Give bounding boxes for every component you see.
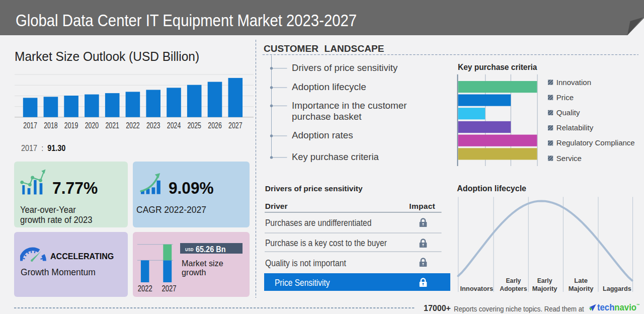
svg-text:Service: Service <box>556 154 582 163</box>
svg-text:Late: Late <box>574 277 588 284</box>
svg-text:Innovation: Innovation <box>556 78 591 87</box>
svg-text:Adopters: Adopters <box>500 285 527 292</box>
svg-text:Price: Price <box>556 93 574 102</box>
svg-text:Relatability: Relatability <box>556 123 594 132</box>
svg-text:Laggards: Laggards <box>603 285 631 292</box>
svg-text:Quality: Quality <box>556 108 580 117</box>
svg-text:Majority: Majority <box>532 285 557 292</box>
svg-text:Early: Early <box>537 277 552 284</box>
svg-text:Early: Early <box>506 277 521 284</box>
svg-text:Innovators: Innovators <box>460 285 493 292</box>
svg-text:Majority: Majority <box>569 285 594 292</box>
svg-text:Regulatory Compliance: Regulatory Compliance <box>556 138 635 147</box>
